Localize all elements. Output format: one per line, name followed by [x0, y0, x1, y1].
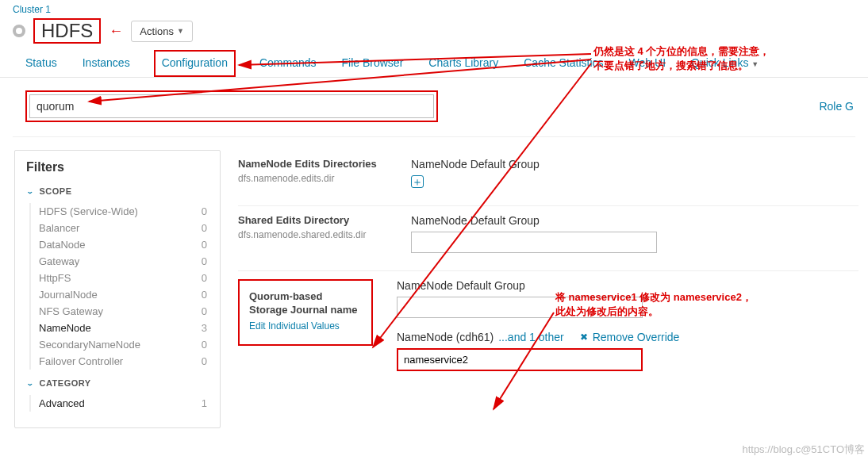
config-group: NameNode Default Group — [411, 158, 858, 171]
override-more-link[interactable]: ...and 1 other — [498, 331, 564, 343]
watermark: https://blog.c@51CTO博客 — [742, 443, 865, 457]
config-title: Quorum-based Storage Journal name — [249, 290, 362, 317]
category-header[interactable]: ⌄ CATEGORY — [26, 378, 209, 389]
tab-commands[interactable]: Commands — [258, 50, 318, 77]
scope-header[interactable]: ⌄ SCOPE — [26, 186, 209, 197]
scope-label: SCOPE — [40, 186, 72, 196]
override-value-input[interactable] — [397, 348, 643, 371]
config-title: NameNode Edits Directories — [238, 158, 387, 171]
config-key: dfs.namenode.edits.dir — [238, 173, 387, 184]
scope-item[interactable]: HttpFS0 — [31, 270, 209, 286]
tab-instances[interactable]: Instances — [81, 50, 132, 77]
annotation-box: Quorum-based Storage Journal name Edit I… — [238, 279, 373, 346]
search-input[interactable] — [29, 94, 434, 118]
chevron-down-icon: ⌄ — [26, 379, 35, 387]
annotation-text: 将 nameservice1 修改为 nameservice2， 此处为修改后的… — [555, 290, 752, 319]
chevron-down-icon: ⌄ — [26, 187, 35, 195]
scope-item[interactable]: DataNode0 — [31, 236, 209, 253]
remove-override-link[interactable]: Remove Override — [593, 331, 680, 343]
scope-item[interactable]: Gateway0 — [31, 253, 209, 270]
annotation-text: 仍然是这 4 个方位的信息，需要注意， 不要点错了地方，搜索错了信息。 — [593, 44, 770, 73]
category-list: Advanced1 — [29, 395, 209, 412]
service-title: HDFS — [33, 18, 101, 44]
role-groups-link[interactable]: Role G — [819, 100, 855, 113]
config-key: dfs.namenode.shared.edits.dir — [238, 229, 387, 240]
search-row: Role G — [13, 78, 855, 137]
config-row: NameNode Edits Directories dfs.namenode.… — [238, 150, 858, 206]
tab-configuration[interactable]: Configuration — [154, 50, 236, 77]
tab-status[interactable]: Status — [24, 50, 59, 77]
category-item[interactable]: Advanced1 — [31, 395, 209, 412]
caret-down-icon: ▼ — [177, 27, 184, 35]
config-list: NameNode Edits Directories dfs.namenode.… — [238, 150, 858, 428]
config-value-input[interactable] — [411, 232, 657, 253]
scope-item[interactable]: Failover Controller0 — [31, 353, 209, 370]
scope-item[interactable]: HDFS (Service-Wide)0 — [31, 203, 209, 220]
config-group: NameNode Default Group — [411, 214, 858, 227]
actions-dropdown[interactable]: Actions ▼ — [131, 21, 193, 42]
actions-label: Actions — [140, 25, 174, 37]
filters-panel: Filters ⌄ SCOPE HDFS (Service-Wide)0 Bal… — [14, 150, 221, 428]
override-group-name: NameNode (cdh61) — [397, 331, 494, 343]
scope-item[interactable]: NameNode3 — [31, 320, 209, 336]
tab-file-browser[interactable]: File Browser — [340, 50, 405, 77]
filters-title: Filters — [26, 160, 209, 174]
tab-charts-library[interactable]: Charts Library — [427, 50, 500, 77]
scope-item[interactable]: Balancer0 — [31, 220, 209, 236]
add-icon[interactable]: ＋ — [411, 175, 424, 188]
edit-individual-values-link[interactable]: Edit Individual Values — [249, 320, 362, 332]
scope-item[interactable]: NFS Gateway0 — [31, 303, 209, 320]
annotation-arrow-icon: ← — [109, 23, 123, 40]
close-icon: ✖ — [580, 332, 588, 343]
tab-cache-statistics[interactable]: Cache Statistics — [522, 50, 605, 77]
scope-item[interactable]: JournalNode0 — [31, 286, 209, 303]
scope-list: HDFS (Service-Wide)0 Balancer0 DataNode0… — [29, 203, 209, 370]
category-label: CATEGORY — [40, 378, 91, 388]
config-row: Shared Edits Directory dfs.namenode.shar… — [238, 206, 858, 271]
override-line: NameNode (cdh61) ...and 1 other ✖ Remove… — [397, 331, 858, 343]
config-row: Quorum-based Storage Journal name Edit I… — [238, 271, 858, 389]
config-title: Shared Edits Directory — [238, 214, 387, 228]
scope-item[interactable]: SecondaryNameNode0 — [31, 336, 209, 353]
status-circle-icon — [13, 25, 25, 37]
annotation-box — [25, 90, 438, 122]
breadcrumb-cluster[interactable]: Cluster 1 — [0, 0, 868, 15]
